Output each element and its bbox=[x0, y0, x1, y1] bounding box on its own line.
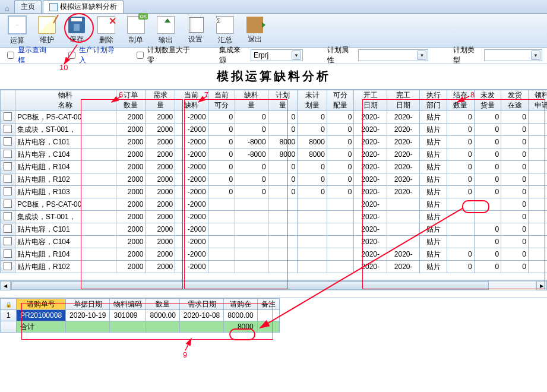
row-checkbox[interactable] bbox=[4, 200, 12, 208]
cell-name[interactable]: PCB板，PS-CAT-00 bbox=[15, 198, 116, 211]
cell-shipping[interactable]: 0 bbox=[501, 236, 529, 248]
cell-remark[interactable] bbox=[257, 310, 279, 321]
cell-matreq[interactable]: 0 bbox=[528, 261, 547, 273]
cell-alloc[interactable]: 0 bbox=[327, 173, 354, 186]
cell-shipping[interactable]: 0 bbox=[501, 186, 529, 198]
cell-st[interactable]: 2020- bbox=[354, 161, 387, 173]
cell-dept[interactable]: 贴片 bbox=[420, 124, 447, 136]
cell-od[interactable]: 2000 bbox=[116, 111, 146, 124]
cell-alloc[interactable] bbox=[327, 211, 354, 223]
cell-up[interactable]: 8000 bbox=[298, 148, 327, 161]
col-header[interactable]: 发货在途 bbox=[501, 90, 529, 111]
cell-dept[interactable]: 贴片 bbox=[420, 186, 447, 198]
cell-shq[interactable]: -2000 bbox=[175, 148, 208, 161]
cell-unship[interactable] bbox=[474, 211, 501, 223]
detail-col-header[interactable]: 物料编码 bbox=[110, 299, 146, 310]
cell-shq[interactable]: -2000 bbox=[175, 161, 208, 173]
cell-unship[interactable]: 0 bbox=[474, 186, 501, 198]
cell-shl[interactable]: -8000 bbox=[235, 148, 268, 161]
cell-alloc[interactable] bbox=[327, 198, 354, 211]
cell-matreq[interactable]: 0 bbox=[528, 198, 547, 211]
cell-od[interactable]: 2000 bbox=[116, 236, 146, 248]
col-header[interactable]: 未发货量 bbox=[474, 90, 501, 111]
cell-shl[interactable]: 0 bbox=[235, 124, 268, 136]
cell-req[interactable]: 2000 bbox=[146, 173, 175, 186]
cell-shipping[interactable]: 0 bbox=[501, 211, 529, 223]
cell-unship[interactable] bbox=[474, 198, 501, 211]
cell-stock[interactable]: 0 bbox=[447, 186, 474, 198]
cell-pr-no[interactable]: PR20100008 bbox=[17, 310, 66, 321]
cell-st[interactable]: 2020- bbox=[354, 111, 387, 124]
cell-shq[interactable]: -2000 bbox=[175, 248, 208, 261]
cell-alloc[interactable]: 0 bbox=[327, 161, 354, 173]
cell-matreq[interactable]: 0 bbox=[528, 211, 547, 223]
cell-st[interactable]: 2020- bbox=[354, 124, 387, 136]
cell-shq[interactable]: -2000 bbox=[175, 136, 208, 148]
scroll-thumb[interactable] bbox=[11, 282, 489, 290]
cell-name[interactable]: 集成块，ST-001， bbox=[15, 211, 116, 223]
cell-matreq[interactable]: 0 bbox=[528, 248, 547, 261]
cell-shipping[interactable]: 0 bbox=[501, 124, 529, 136]
row-checkbox[interactable] bbox=[4, 150, 12, 158]
cell-st[interactable]: 2020- bbox=[354, 198, 387, 211]
plan-qty-gt-zero-checkbox[interactable]: 计划数量大于零 bbox=[134, 45, 195, 65]
cell-name[interactable]: 贴片电阻，R104 bbox=[15, 161, 116, 173]
cell-up[interactable] bbox=[298, 248, 327, 261]
cell-plan[interactable]: 0 bbox=[268, 186, 298, 198]
cell-cf[interactable] bbox=[208, 198, 235, 211]
col-header[interactable]: 领料申请 bbox=[528, 90, 547, 111]
cell-shipping[interactable]: 0 bbox=[501, 261, 529, 273]
table-row[interactable]: 贴片电阻，R10420002000-2000000002020-2020-贴片0… bbox=[1, 161, 548, 173]
cell-unship[interactable]: 0 bbox=[474, 111, 501, 124]
row-checkbox[interactable] bbox=[4, 112, 12, 121]
cell-name[interactable]: 贴片电阻，R103 bbox=[15, 186, 116, 198]
cell-alloc[interactable] bbox=[327, 236, 354, 248]
col-header[interactable]: 计划量 bbox=[268, 90, 298, 111]
cell-alloc[interactable]: 0 bbox=[327, 186, 354, 198]
cell-cf[interactable] bbox=[208, 236, 235, 248]
cell-shq[interactable]: -2000 bbox=[175, 173, 208, 186]
cell-shq[interactable]: -2000 bbox=[175, 261, 208, 273]
cell-ed[interactable] bbox=[387, 223, 419, 236]
cell-cf[interactable]: 0 bbox=[208, 186, 235, 198]
cell-dept[interactable]: 贴片 bbox=[420, 223, 447, 236]
detail-row[interactable]: 1PR201000082020-10-193010098000.002020-1… bbox=[1, 310, 280, 321]
cell-ed[interactable]: 2020- bbox=[387, 136, 419, 148]
cell-shq[interactable]: -2000 bbox=[175, 223, 208, 236]
cell-name[interactable]: 贴片电阻，R102 bbox=[15, 261, 116, 273]
detail-col-header[interactable]: 请购单号 bbox=[17, 299, 66, 310]
cell-od[interactable]: 2000 bbox=[116, 198, 146, 211]
cell-od[interactable]: 2000 bbox=[116, 161, 146, 173]
cell-up[interactable]: 8000 bbox=[298, 136, 327, 148]
cell-shipping[interactable]: 0 bbox=[501, 161, 529, 173]
cell-req[interactable]: 2000 bbox=[146, 236, 175, 248]
cell-dept[interactable]: 贴片 bbox=[420, 198, 447, 211]
cell-unship[interactable]: 0 bbox=[474, 236, 501, 248]
cell-code[interactable]: 301009 bbox=[110, 310, 146, 321]
cell-req[interactable]: 2000 bbox=[146, 186, 175, 198]
cell-st[interactable]: 2020- bbox=[354, 211, 387, 223]
cell-shl[interactable] bbox=[235, 211, 268, 223]
cell-stock[interactable]: 0 bbox=[447, 111, 474, 124]
cell-dept[interactable]: 贴片 bbox=[420, 261, 447, 273]
cell-od[interactable]: 2000 bbox=[116, 148, 146, 161]
cell-stock[interactable]: 0 bbox=[447, 173, 474, 186]
cell-dept[interactable]: 贴片 bbox=[420, 211, 447, 223]
cell-up[interactable] bbox=[298, 261, 327, 273]
cell-od[interactable]: 2000 bbox=[116, 248, 146, 261]
cell-od[interactable]: 2000 bbox=[116, 223, 146, 236]
cell-cf[interactable] bbox=[208, 223, 235, 236]
cell-req[interactable]: 2000 bbox=[146, 124, 175, 136]
cell-stock[interactable]: 0 bbox=[447, 124, 474, 136]
cell-name[interactable]: PCB板，PS-CAT-00 bbox=[15, 111, 116, 124]
cell-dept[interactable]: 贴片 bbox=[420, 248, 447, 261]
cell-cf[interactable]: 0 bbox=[208, 124, 235, 136]
cell-stock[interactable]: 0 bbox=[447, 261, 474, 273]
cell-unship[interactable]: 0 bbox=[474, 161, 501, 173]
cell-req[interactable]: 2000 bbox=[146, 161, 175, 173]
cell-up[interactable]: 0 bbox=[298, 161, 327, 173]
delete-button[interactable]: 删除 bbox=[91, 14, 121, 46]
cell-cf[interactable] bbox=[208, 248, 235, 261]
cell-od[interactable]: 2000 bbox=[116, 124, 146, 136]
cell-unship[interactable]: 0 bbox=[474, 124, 501, 136]
